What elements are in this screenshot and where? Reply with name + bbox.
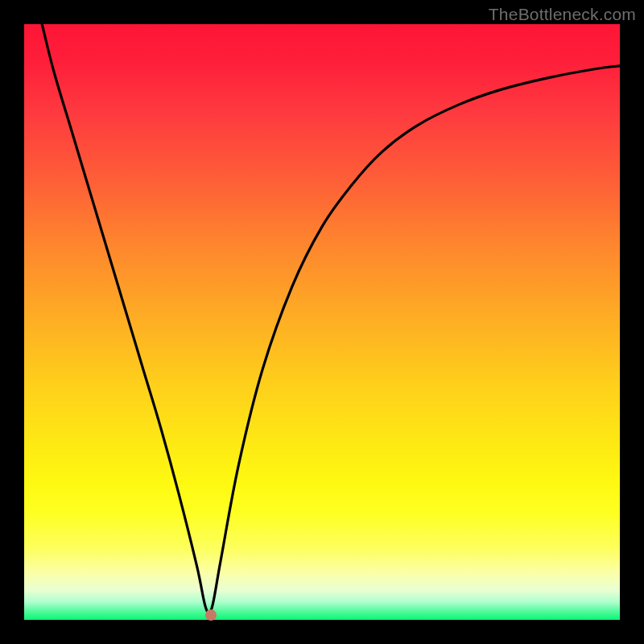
- chart-frame: TheBottleneck.com: [0, 0, 644, 644]
- plot-area: [24, 24, 620, 620]
- watermark-text: TheBottleneck.com: [489, 5, 636, 24]
- optimal-point-marker: [205, 609, 217, 621]
- bottleneck-curve: [24, 24, 620, 620]
